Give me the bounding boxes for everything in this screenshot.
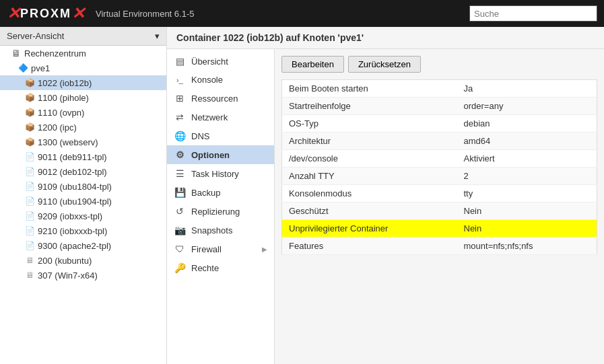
sidebar-item-200[interactable]: 🖥 200 (kubuntu) xyxy=(0,253,166,268)
item-9110-label: 9110 (ubu1904-tpl) xyxy=(38,196,112,207)
nav-item-rights[interactable]: 🔑 Rechte xyxy=(167,258,274,277)
table-cell-key: Architektur xyxy=(282,133,457,150)
sidebar-item-1022[interactable]: 📦 1022 (iob12b) xyxy=(0,75,166,90)
header: ✕ PROXM ✕ Virtual Environment 6.1-5 xyxy=(0,0,604,27)
table-row: Unprivilegierter ContainerNein xyxy=(282,220,597,238)
taskhistory-icon: ☰ xyxy=(174,168,186,179)
item-1300-label: 1300 (webserv) xyxy=(38,137,98,147)
console-icon: ›_ xyxy=(174,76,186,84)
item-1022-label: 1022 (iob12b) xyxy=(38,78,92,88)
table-row: Startreihenfolgeorder=any xyxy=(282,98,597,115)
table-cell-key: /dev/console xyxy=(282,150,457,168)
sidebar-item-9110[interactable]: 📄 9110 (ubu1904-tpl) xyxy=(0,194,166,209)
server-view-header: Server-Ansicht xyxy=(0,27,166,46)
content-panel: Container 1022 (iob12b) auf Knoten 'pve1… xyxy=(167,27,604,364)
nav-item-firewall[interactable]: 🛡 Firewall ▶ xyxy=(167,240,274,258)
table-cell-key: Startreihenfolge xyxy=(282,98,457,115)
sidebar-item-9012[interactable]: 📄 9012 (deb102-tpl) xyxy=(0,164,166,179)
datacenter-label: Rechenzentrum xyxy=(24,48,86,59)
reset-button[interactable]: Zurücksetzen xyxy=(348,56,421,73)
sidebar-item-9011[interactable]: 📄 9011 (deb911-tpl) xyxy=(0,149,166,164)
table-row: Beim Booten startenJa xyxy=(282,80,597,98)
template-9012-icon: 📄 xyxy=(24,166,35,177)
item-1200-label: 1200 (ipc) xyxy=(38,122,77,133)
table-row: Featuresmount=nfs;nfs;nfs xyxy=(282,238,597,255)
nav-item-replication[interactable]: ↺ Replizierung xyxy=(167,202,274,221)
vm-200-icon: 🖥 xyxy=(24,255,35,266)
nav-item-network[interactable]: ⇄ Netzwerk xyxy=(167,108,274,126)
table-cell-key: Features xyxy=(282,238,457,255)
server-view-chevron[interactable] xyxy=(155,31,160,41)
item-9300-label: 9300 (apache2-tpl) xyxy=(38,241,111,251)
table-cell-value: Aktiviert xyxy=(457,150,597,168)
sidebar-item-9300[interactable]: 📄 9300 (apache2-tpl) xyxy=(0,238,166,253)
nav-replication-label: Replizierung xyxy=(191,207,240,217)
container-1110-icon: 📦 xyxy=(24,107,35,118)
content-header: Container 1022 (iob12b) auf Knoten 'pve1… xyxy=(167,27,604,49)
item-9210-label: 9210 (iobxxxb-tpl) xyxy=(38,226,107,236)
sidebar-item-9109[interactable]: 📄 9109 (ubu1804-tpl) xyxy=(0,179,166,194)
nav-firewall-label: Firewall xyxy=(191,244,222,254)
table-row: GeschütztNein xyxy=(282,203,597,220)
table-row: Architekturamd64 xyxy=(282,133,597,150)
item-9012-label: 9012 (deb102-tpl) xyxy=(38,167,107,177)
table-cell-value: mount=nfs;nfs;nfs xyxy=(457,238,597,255)
table-row: Konsolenmodustty xyxy=(282,185,597,203)
nav-options-label: Optionen xyxy=(191,150,230,160)
sidebar-item-datacenter[interactable]: 🖥 Rechenzentrum xyxy=(0,46,166,61)
dns-icon: 🌐 xyxy=(174,131,186,141)
nav-item-options[interactable]: ⚙ Optionen xyxy=(167,145,274,164)
item-9209-label: 9209 (iobxxs-tpl) xyxy=(38,211,102,221)
nav-item-taskhistory[interactable]: ☰ Task History xyxy=(167,164,274,183)
replication-icon: ↺ xyxy=(174,206,186,217)
nav-item-backup[interactable]: 💾 Backup xyxy=(167,183,274,202)
sidebar-item-1100[interactable]: 📦 1100 (pihole) xyxy=(0,90,166,105)
overview-icon: ▤ xyxy=(174,56,186,67)
container-running-icon: 📦 xyxy=(24,77,35,88)
options-table: Beim Booten startenJaStartreihenfolgeord… xyxy=(281,79,597,255)
nav-item-dns[interactable]: 🌐 DNS xyxy=(167,126,274,145)
nav-item-console[interactable]: ›_ Konsole xyxy=(167,71,274,89)
sidebar-item-307[interactable]: 🖥 307 (Win7-x64) xyxy=(0,268,166,283)
options-tbody: Beim Booten startenJaStartreihenfolgeord… xyxy=(282,80,597,255)
container-1200-icon: 📦 xyxy=(24,122,35,133)
sidebar: Server-Ansicht 🖥 Rechenzentrum 🔷 pve1 📦 … xyxy=(0,27,167,364)
nav-item-snapshots[interactable]: 📷 Snapshots xyxy=(167,221,274,240)
sidebar-item-9210[interactable]: 📄 9210 (iobxxxb-tpl) xyxy=(0,223,166,238)
item-307-label: 307 (Win7-x64) xyxy=(38,270,98,281)
nav-item-resources[interactable]: ⊞ Ressourcen xyxy=(167,89,274,108)
table-cell-key: Beim Booten starten xyxy=(282,80,457,98)
sidebar-item-9209[interactable]: 📄 9209 (iobxxs-tpl) xyxy=(0,209,166,223)
left-nav: ▤ Übersicht ›_ Konsole ⊞ Ressourcen ⇄ Ne… xyxy=(167,49,275,364)
template-9011-icon: 📄 xyxy=(24,151,35,162)
table-cell-value: order=any xyxy=(457,98,597,115)
template-9210-icon: 📄 xyxy=(24,225,35,236)
template-9209-icon: 📄 xyxy=(24,211,35,221)
nav-overview-label: Übersicht xyxy=(191,57,228,67)
firewall-icon: 🛡 xyxy=(174,244,186,254)
sidebar-item-1300[interactable]: 📦 1300 (webserv) xyxy=(0,135,166,149)
table-cell-value: 2 xyxy=(457,168,597,185)
table-row: Anzahl TTY2 xyxy=(282,168,597,185)
sidebar-item-node[interactable]: 🔷 pve1 xyxy=(0,61,166,75)
server-view-label: Server-Ansicht xyxy=(7,31,64,41)
table-cell-key: Anzahl TTY xyxy=(282,168,457,185)
backup-icon: 💾 xyxy=(174,187,186,198)
table-cell-value: Nein xyxy=(457,220,597,238)
sidebar-item-1200[interactable]: 📦 1200 (ipc) xyxy=(0,120,166,135)
search-input[interactable] xyxy=(469,5,597,22)
table-row: /dev/consoleAktiviert xyxy=(282,150,597,168)
network-icon: ⇄ xyxy=(174,112,186,122)
logo-text: PROXM xyxy=(20,7,71,21)
template-9300-icon: 📄 xyxy=(24,240,35,251)
main-layout: Server-Ansicht 🖥 Rechenzentrum 🔷 pve1 📦 … xyxy=(0,27,604,364)
rights-icon: 🔑 xyxy=(174,262,186,273)
snapshots-icon: 📷 xyxy=(174,225,186,235)
table-cell-key: Geschützt xyxy=(282,203,457,220)
content-body: ▤ Übersicht ›_ Konsole ⊞ Ressourcen ⇄ Ne… xyxy=(167,49,604,364)
edit-button[interactable]: Bearbeiten xyxy=(281,56,344,73)
product-version: Virtual Environment 6.1-5 xyxy=(96,9,194,19)
nav-item-overview[interactable]: ▤ Übersicht xyxy=(167,52,274,71)
sidebar-item-1110[interactable]: 📦 1110 (ovpn) xyxy=(0,105,166,120)
logo-x1: ✕ xyxy=(7,4,20,23)
